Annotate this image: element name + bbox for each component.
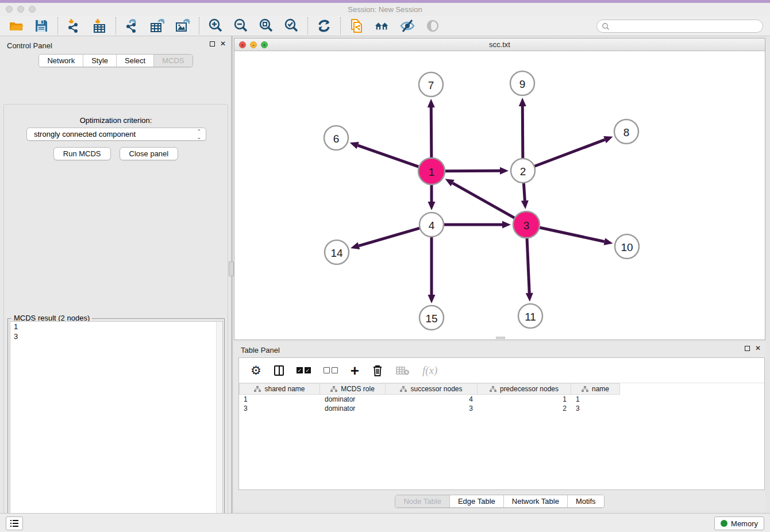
close-table-panel-icon[interactable]: ✕ (755, 346, 761, 351)
zoom-in-icon[interactable] (207, 18, 224, 34)
memory-label: Memory (731, 519, 758, 528)
table-row[interactable]: 1dominator411 (239, 395, 764, 404)
status-bar: Memory (0, 513, 770, 532)
column-header-MCDS-role[interactable]: MCDS role (320, 383, 386, 395)
column-header-predecessor-nodes[interactable]: predecessor nodes (478, 383, 571, 395)
graph-edge-3-1[interactable] (453, 183, 516, 219)
graph-node-label: 6 (333, 133, 340, 145)
close-panel-button[interactable]: Close panel (120, 147, 179, 160)
graph-edge-arrowhead (500, 167, 509, 175)
export-table-icon[interactable] (149, 18, 165, 34)
graph-edge-2-8[interactable] (533, 140, 605, 167)
float-panel-icon[interactable] (210, 41, 215, 47)
deselect-all-rows-icon[interactable] (324, 363, 338, 378)
table-cell[interactable]: 1 (239, 395, 320, 404)
run-mcds-button[interactable]: Run MCDS (53, 147, 111, 160)
table-cell[interactable]: dominator (320, 395, 386, 404)
first-neighbors-icon[interactable] (374, 18, 390, 34)
graph-edge-arrowhead (526, 293, 533, 302)
zoom-fit-icon[interactable] (258, 18, 274, 34)
export-network-icon[interactable] (124, 18, 140, 34)
column-header-successor-nodes[interactable]: successor nodes (386, 383, 478, 395)
float-table-panel-icon[interactable] (745, 346, 750, 351)
column-type-icon (400, 386, 407, 392)
apply-function-icon[interactable]: f(x) (422, 363, 437, 378)
hide-selected-icon[interactable] (399, 18, 415, 34)
mcds-result-list[interactable]: 13 (10, 321, 223, 532)
tab-style[interactable]: Style (83, 55, 116, 67)
search-input[interactable] (610, 22, 753, 30)
table-cell[interactable]: 1 (571, 395, 620, 404)
tab-mcds[interactable]: MCDS (153, 55, 192, 67)
duplicate-network-icon[interactable] (349, 18, 365, 34)
delete-table-icon[interactable] (396, 363, 410, 378)
column-header-name[interactable]: name (571, 383, 620, 395)
mcds-result-item[interactable]: 1 (10, 322, 222, 331)
panel-splitter-handle[interactable] (229, 261, 234, 276)
graph-edge-3-11[interactable] (527, 237, 529, 293)
optimization-criterion-select[interactable]: strongly connected component ⌃⌄ (26, 128, 206, 141)
task-history-button[interactable] (6, 516, 23, 530)
close-panel-icon[interactable]: ✕ (220, 41, 226, 47)
tab-network[interactable]: Network (39, 55, 83, 67)
column-type-icon (490, 386, 496, 392)
table-panel: Table Panel ✕ ⚙ ✓✓ + f(x) shared nameMCD… (234, 342, 765, 511)
show-columns-icon[interactable] (274, 363, 284, 378)
graph-edge-arrowhead (521, 201, 529, 209)
graph-edge-1-6[interactable] (358, 145, 420, 167)
save-session-icon[interactable] (33, 18, 49, 34)
delete-row-icon[interactable] (372, 363, 383, 378)
network-canvas[interactable]: 7968124314101511 (234, 51, 765, 340)
result-scrollbar[interactable] (216, 322, 222, 532)
network-graph: 7968124314101511 (234, 51, 765, 340)
main-toolbar (0, 16, 770, 36)
add-row-icon[interactable]: + (351, 363, 359, 378)
tab-select[interactable]: Select (116, 55, 153, 67)
table-cell[interactable]: 1 (478, 395, 571, 404)
graph-edge-3-10[interactable] (538, 227, 605, 241)
network-window-titlebar[interactable]: × − + scc.txt (234, 38, 765, 51)
table-tab-edge-table[interactable]: Edge Table (449, 495, 503, 507)
open-session-icon[interactable] (8, 18, 24, 34)
export-image-icon[interactable] (175, 18, 191, 34)
search-icon (602, 22, 610, 30)
table-tab-node-table[interactable]: Node Table (395, 495, 449, 507)
show-all-icon[interactable] (425, 18, 441, 34)
table-cell[interactable]: 3 (239, 404, 320, 413)
mcds-result-item[interactable]: 3 (10, 331, 222, 341)
table-cell[interactable]: 4 (386, 395, 478, 404)
graph-edge-1-7[interactable] (431, 107, 432, 159)
graph-edge-arrowhead (350, 142, 359, 149)
column-header-shared-name[interactable]: shared name (239, 383, 320, 395)
memory-status-icon (721, 520, 727, 527)
table-tabs: Node TableEdge TableNetwork TableMotifs (395, 495, 604, 508)
table-row[interactable]: 3dominator323 (239, 404, 764, 413)
graph-node-label: 9 (519, 78, 526, 90)
graph-edge-1-2[interactable] (444, 171, 500, 171)
window-resize-grip[interactable] (496, 337, 505, 339)
table-cell[interactable]: 3 (386, 404, 478, 413)
import-network-icon[interactable] (66, 18, 82, 34)
table-cell[interactable]: 2 (478, 404, 571, 413)
table-cell[interactable]: dominator (320, 404, 386, 413)
graph-edge-arrowhead (428, 202, 436, 210)
table-cell[interactable]: 3 (571, 404, 620, 413)
memory-button[interactable]: Memory (714, 516, 764, 530)
refresh-layout-icon[interactable] (316, 18, 332, 34)
graph-edge-2-3[interactable] (523, 182, 525, 201)
graph-edge-2-9[interactable] (522, 106, 523, 160)
graph-edge-arrowhead (519, 98, 526, 106)
app-titlebar: Session: New Session (0, 3, 770, 16)
table-tab-motifs[interactable]: Motifs (567, 495, 604, 507)
table-tab-network-table[interactable]: Network Table (503, 495, 567, 507)
graph-node-label: 15 (425, 313, 437, 325)
import-table-icon[interactable] (91, 18, 107, 34)
graph-edge-arrowhead (428, 99, 435, 107)
zoom-selected-icon[interactable] (283, 18, 299, 34)
graph-node-label: 8 (623, 126, 630, 138)
select-all-rows-icon[interactable]: ✓✓ (297, 363, 311, 378)
search-field[interactable] (596, 20, 763, 33)
table-settings-icon[interactable]: ⚙ (251, 363, 261, 378)
zoom-out-icon[interactable] (233, 18, 249, 34)
graph-edge-4-14[interactable] (359, 228, 421, 246)
